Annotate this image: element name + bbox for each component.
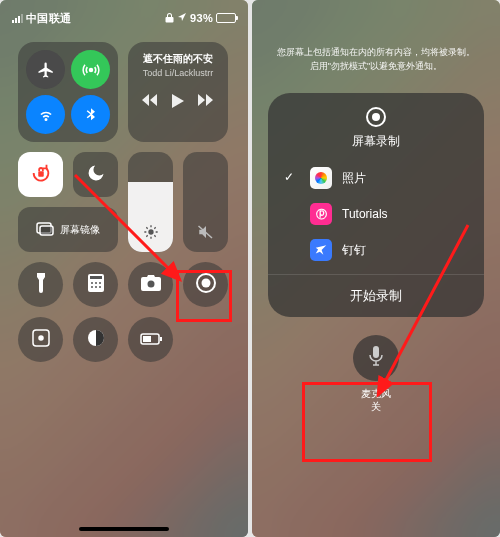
sheet-title: 屏幕录制 [268,133,484,150]
calculator-icon [88,274,104,296]
app-option-dingtalk[interactable]: ✓ 钉钉 [284,232,468,268]
play-icon[interactable] [172,94,184,110]
app-option-tutorials[interactable]: ✓ ⓟ Tutorials [284,196,468,232]
track-artist: Todd Li/Lacklustrr [136,68,220,78]
microphone-icon [367,345,385,371]
status-bar: 中国联通 93% [0,0,248,30]
tutorials-app-icon: ⓟ [310,203,332,225]
flashlight-icon [35,273,47,297]
screen-record-sheet-screenshot-right: 您屏幕上包括通知在内的所有内容，均将被录制。 启用"勿扰模式"以避免意外通知。 … [252,0,500,537]
battery-percent: 93% [190,12,213,24]
svg-point-4 [148,229,153,234]
app-label: Tutorials [342,207,388,221]
app-label: 照片 [342,170,366,187]
calculator-button[interactable] [73,262,118,307]
volume-slider[interactable] [183,152,228,252]
orientation-lock-toggle[interactable] [18,152,63,197]
lock-icon [165,12,174,25]
track-title: 遮不住雨的不安 [136,52,220,66]
signal-bars-icon [12,14,23,23]
flashlight-button[interactable] [18,262,63,307]
rewind-icon[interactable] [142,94,158,110]
battery-saver-icon [140,331,162,349]
control-center-screenshot-left: 中国联通 93% [0,0,248,537]
camera-icon [141,275,161,295]
start-recording-button[interactable]: 开始录制 [268,274,484,317]
microphone-label: 麦克风 关 [252,387,500,413]
cellular-data-toggle[interactable] [71,50,110,89]
svg-point-13 [147,280,154,287]
screen-record-button[interactable] [183,262,228,307]
svg-point-9 [99,282,101,284]
home-indicator[interactable] [79,527,169,531]
orientation-lock-icon [30,162,52,188]
screen-record-sheet: 屏幕录制 ✓ 照片 ✓ ⓟ Tutorials ✓ [268,93,484,317]
screen-mirroring-button[interactable]: 屏幕镜像 [18,207,118,252]
app-label: 钉钉 [342,242,366,259]
svg-rect-20 [160,337,162,341]
svg-point-10 [91,286,93,288]
microphone-toggle[interactable] [353,335,399,381]
moon-icon [86,163,106,187]
do-not-disturb-toggle[interactable] [73,152,118,197]
record-icon [366,107,386,127]
svg-point-8 [95,282,97,284]
recording-notice: 您屏幕上包括通知在内的所有内容，均将被录制。 启用"勿扰模式"以避免意外通知。 [252,0,500,73]
svg-point-11 [95,286,97,288]
brightness-slider[interactable] [128,152,173,252]
svg-rect-1 [38,171,44,177]
wifi-toggle[interactable] [26,95,65,134]
svg-point-12 [99,286,101,288]
low-power-button[interactable] [128,317,173,362]
svg-rect-21 [143,336,151,342]
record-icon [196,273,216,297]
dark-mode-button[interactable] [73,317,118,362]
screen-mirroring-label: 屏幕镜像 [60,223,100,237]
app-option-photos[interactable]: ✓ 照片 [284,160,468,196]
checkmark-icon: ✓ [284,170,300,186]
home-icon [32,329,50,351]
home-button[interactable] [18,317,63,362]
volume-mute-icon [183,224,228,244]
svg-point-17 [39,336,43,340]
svg-rect-6 [90,276,102,279]
svg-point-7 [91,282,93,284]
camera-button[interactable] [128,262,173,307]
location-icon [177,12,187,24]
now-playing-panel[interactable]: 遮不住雨的不安 Todd Li/Lacklustrr [128,42,228,142]
forward-icon[interactable] [198,94,214,110]
connectivity-panel[interactable] [18,42,118,142]
airplane-mode-toggle[interactable] [26,50,65,89]
bluetooth-toggle[interactable] [71,95,110,134]
dark-mode-icon [87,329,105,351]
svg-rect-22 [373,346,379,358]
dingtalk-app-icon [310,239,332,261]
screen-mirroring-icon [36,222,54,238]
battery-icon [216,13,236,23]
brightness-icon [128,224,173,244]
svg-point-15 [201,278,210,287]
carrier-label: 中国联通 [26,11,71,26]
photos-app-icon [310,167,332,189]
svg-rect-3 [40,226,53,235]
svg-point-0 [89,68,92,71]
